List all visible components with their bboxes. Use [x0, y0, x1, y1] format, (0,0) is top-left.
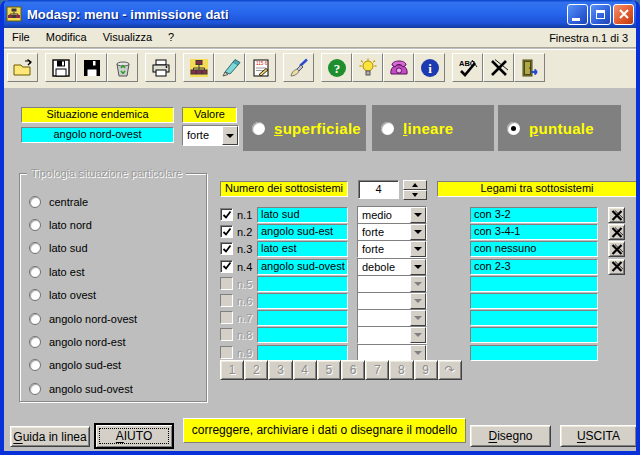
row-situation-field[interactable]: angolo sud-ovest [257, 259, 348, 275]
row-link-field[interactable]: con 3-2 [470, 207, 598, 223]
telephone-icon[interactable] [383, 53, 414, 82]
row-link-field[interactable] [470, 293, 598, 309]
tipologia-radio-option[interactable]: lato est [29, 260, 200, 283]
menu-item[interactable]: ? [160, 28, 182, 47]
menu-item[interactable]: File [4, 28, 38, 47]
row-situation-field[interactable] [257, 345, 348, 361]
row-checkbox[interactable] [220, 260, 233, 273]
dropdown-arrow-icon[interactable] [410, 276, 426, 292]
help-button[interactable]: AIUTO [94, 423, 174, 449]
dropdown-arrow-icon[interactable] [410, 224, 426, 240]
mode-option-superficiale[interactable]: superficiale [243, 105, 366, 151]
row-situation-field[interactable]: lato sud [257, 207, 348, 223]
row-value-dropdown[interactable]: medio [357, 206, 427, 224]
number-button[interactable]: 5 [317, 360, 341, 380]
exit-button[interactable]: USCITA [560, 425, 637, 447]
mode-option-puntuale[interactable]: puntuale [498, 105, 621, 151]
tipologia-radio-option[interactable]: lato ovest [29, 284, 200, 307]
row-link-field[interactable] [470, 310, 598, 326]
row-delete-button[interactable] [608, 241, 625, 257]
lightbulb-icon[interactable] [352, 53, 383, 82]
row-checkbox[interactable] [220, 208, 233, 221]
row-delete-button[interactable] [608, 224, 625, 240]
number-button[interactable]: 3 [268, 360, 292, 380]
online-help-button[interactable]: Guida in linea [10, 426, 90, 447]
tipologia-radio-option[interactable]: angolo sud-ovest [29, 377, 200, 400]
dropdown-arrow-icon[interactable] [410, 327, 426, 343]
row-value-dropdown[interactable] [357, 275, 427, 293]
dropdown-arrow-icon[interactable] [410, 310, 426, 326]
tipologia-radio-option[interactable]: angolo sud-est [29, 354, 200, 377]
draw-button[interactable]: Disegno [470, 425, 551, 447]
menu-item[interactable]: Visualizza [95, 28, 160, 47]
number-button[interactable]: 7 [365, 360, 389, 380]
row-checkbox[interactable] [220, 328, 233, 341]
row-value-dropdown[interactable] [357, 326, 427, 344]
tipologia-radio-option[interactable]: angolo nord-est [29, 330, 200, 353]
dropdown-arrow-icon[interactable] [410, 207, 426, 223]
number-button[interactable]: 6 [341, 360, 365, 380]
row-value-dropdown[interactable]: forte [357, 223, 427, 241]
tipologia-radio-option[interactable]: lato nord [29, 213, 200, 236]
row-situation-field[interactable] [257, 310, 348, 326]
row-value-dropdown[interactable]: debole [357, 258, 427, 276]
trash-recycle-icon[interactable] [107, 53, 138, 82]
number-button[interactable]: 2 [244, 360, 268, 380]
dropdown-arrow-icon[interactable] [410, 259, 426, 275]
row-checkbox[interactable] [220, 277, 233, 290]
open-folder-icon[interactable] [7, 53, 38, 82]
delete-x-icon[interactable] [483, 53, 514, 82]
dropdown-arrow-icon[interactable] [410, 345, 426, 361]
maximize-button[interactable] [590, 4, 611, 25]
paintbrush-icon[interactable] [283, 53, 314, 82]
info-icon[interactable]: i [414, 53, 445, 82]
close-button[interactable] [613, 4, 634, 25]
dropdown-arrow-icon[interactable] [222, 126, 238, 145]
spinner-up-button[interactable] [403, 180, 427, 190]
tipologia-radio-option[interactable]: centrale [29, 190, 200, 213]
tipologia-radio-option[interactable]: lato sud [29, 237, 200, 260]
mode-option-lineare[interactable]: lineare [372, 105, 494, 151]
tipologia-radio-option[interactable]: angolo nord-ovest [29, 307, 200, 330]
row-value-dropdown[interactable] [357, 309, 427, 327]
endemic-situation-field[interactable]: angolo nord-ovest [21, 127, 174, 143]
row-checkbox[interactable] [220, 225, 233, 238]
document-edit-icon[interactable]: 115·6 [245, 53, 276, 82]
minimize-button[interactable] [567, 4, 588, 25]
row-value-dropdown[interactable] [357, 292, 427, 310]
menu-item[interactable]: Modifica [38, 28, 95, 47]
printer-icon[interactable] [145, 53, 176, 82]
marker-pen-icon[interactable] [214, 53, 245, 82]
row-situation-field[interactable]: lato est [257, 241, 348, 257]
number-button[interactable]: 9 [414, 360, 438, 380]
subsystem-count-field[interactable]: 4 [358, 180, 399, 199]
row-situation-field[interactable] [257, 327, 348, 343]
row-link-field[interactable] [470, 327, 598, 343]
row-link-field[interactable]: con 2-3 [470, 259, 598, 275]
exit-door-icon[interactable] [514, 53, 545, 82]
spinner-down-button[interactable] [403, 190, 427, 200]
row-delete-button[interactable] [608, 207, 625, 223]
endemic-value-dropdown[interactable]: forte [182, 125, 239, 146]
spellcheck-abc-icon[interactable]: ABC [452, 53, 483, 82]
save-floppy-icon[interactable] [45, 53, 76, 82]
row-checkbox[interactable] [220, 242, 233, 255]
row-value-dropdown[interactable] [357, 344, 427, 362]
row-checkbox[interactable] [220, 346, 233, 359]
org-chart-icon[interactable] [183, 53, 214, 82]
row-link-field[interactable] [470, 345, 598, 361]
row-link-field[interactable]: con 3-4-1 [470, 224, 598, 240]
row-delete-button[interactable] [608, 259, 625, 275]
help-question-icon[interactable]: ? [321, 53, 352, 82]
number-button[interactable]: 4 [293, 360, 317, 380]
number-button[interactable]: ↷ [438, 360, 462, 380]
row-value-dropdown[interactable]: forte [357, 240, 427, 258]
row-situation-field[interactable] [257, 276, 348, 292]
row-checkbox[interactable] [220, 294, 233, 307]
row-situation-field[interactable] [257, 293, 348, 309]
row-link-field[interactable] [470, 276, 598, 292]
row-link-field[interactable]: con nessuno [470, 241, 598, 257]
dropdown-arrow-icon[interactable] [410, 241, 426, 257]
dropdown-arrow-icon[interactable] [410, 293, 426, 309]
number-button[interactable]: 8 [389, 360, 413, 380]
